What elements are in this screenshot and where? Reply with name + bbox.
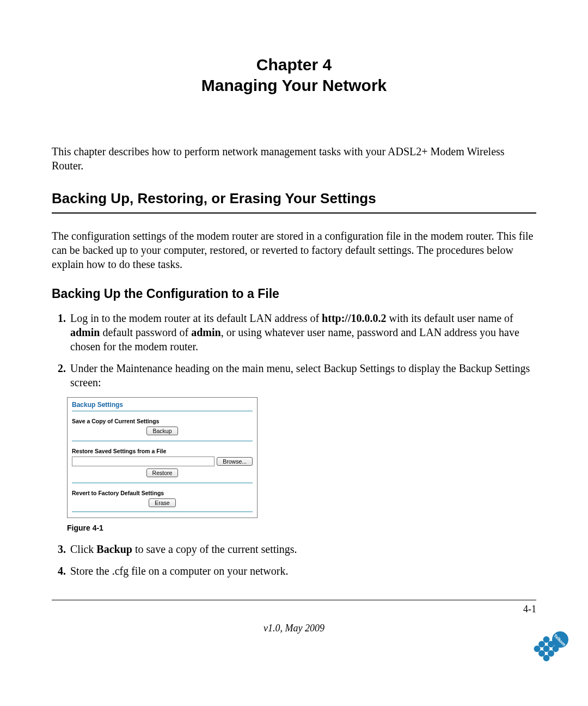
chapter-name: Managing Your Network xyxy=(52,75,536,96)
default-lan-url: http://10.0.0.2 xyxy=(322,312,386,324)
browse-button[interactable]: Browse... xyxy=(217,457,253,466)
figure-backup-settings: Backup Settings Save a Copy of Current S… xyxy=(67,397,536,518)
erase-button[interactable]: Erase xyxy=(149,498,175,507)
default-password: admin xyxy=(191,326,220,338)
version-line: v1.0, May 2009 xyxy=(52,623,536,634)
step-list-continued: Click Backup to save a copy of the curre… xyxy=(52,542,536,578)
divider xyxy=(72,483,253,483)
chapter-number: Chapter 4 xyxy=(52,54,536,75)
footer: 4-1 xyxy=(52,600,536,615)
step-1-text: Log in to the modem router at its defaul… xyxy=(70,312,322,324)
step-3: Click Backup to save a copy of the curre… xyxy=(67,542,536,556)
revert-label: Revert to Factory Default Settings xyxy=(72,490,253,496)
step-4: Store the .cfg file on a computer on you… xyxy=(67,564,536,578)
screenshot-panel: Backup Settings Save a Copy of Current S… xyxy=(67,397,258,518)
divider xyxy=(72,411,253,411)
figure-caption: Figure 4-1 xyxy=(67,524,536,532)
step-1-text: with its default user name of xyxy=(386,312,513,324)
chapter-title: Chapter 4 Managing Your Network xyxy=(52,54,536,95)
step-list: Log in to the modem router at its defaul… xyxy=(52,311,536,389)
subsection-heading-backup-config: Backing Up the Configuration to a File xyxy=(52,287,536,301)
restore-file-input[interactable] xyxy=(72,457,215,466)
page-number: 4-1 xyxy=(523,604,536,615)
backup-bold: Backup xyxy=(96,543,132,555)
telkom-logo: Telkom xyxy=(529,624,573,673)
step-3-text: to save a copy of the current settings. xyxy=(132,543,297,555)
screenshot-title: Backup Settings xyxy=(72,401,253,409)
default-username: admin xyxy=(70,326,100,338)
step-1-text: default password of xyxy=(100,326,191,338)
divider xyxy=(72,441,253,441)
restore-label: Restore Saved Settings from a File xyxy=(72,448,253,454)
section-paragraph: The configuration settings of the modem … xyxy=(52,229,536,271)
chapter-intro: This chapter describes how to perform ne… xyxy=(52,144,536,173)
step-3-text: Click xyxy=(70,543,96,555)
step-2: Under the Maintenance heading on the mai… xyxy=(67,361,536,389)
section-heading-backup-restore-erase: Backing Up, Restoring, or Erasing Your S… xyxy=(52,190,536,214)
save-copy-label: Save a Copy of Current Settings xyxy=(72,418,253,424)
divider xyxy=(72,512,253,512)
restore-button[interactable]: Restore xyxy=(146,468,179,477)
step-1: Log in to the modem router at its defaul… xyxy=(67,311,536,354)
backup-button[interactable]: Backup xyxy=(146,427,177,435)
